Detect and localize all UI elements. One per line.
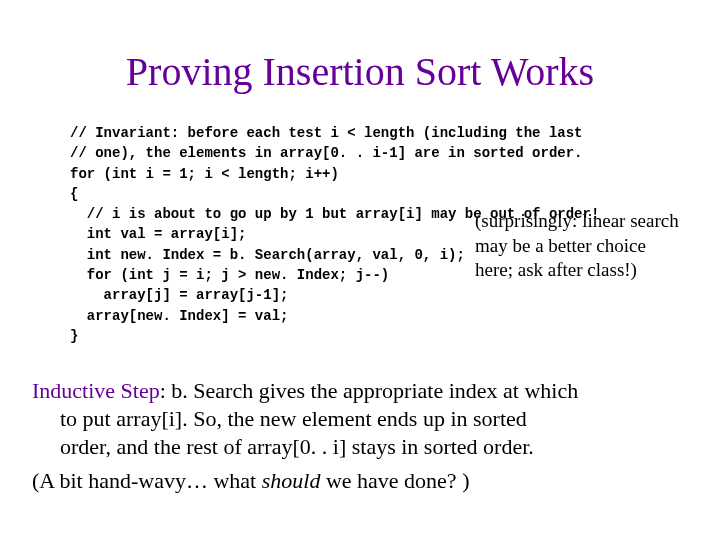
code-line: array[new. Index] = val; [70, 308, 288, 324]
emphasis: should [262, 468, 326, 493]
code-line: int val = array[i]; [70, 226, 246, 242]
step-label: Inductive Step [32, 378, 160, 403]
text: to put array[i]. So, the new element end… [32, 405, 664, 433]
code-line: { [70, 186, 78, 202]
code-block: // Invariant: before each test i < lengt… [70, 123, 650, 353]
conclusion-para-2: (A bit hand-wavy… what should we have do… [32, 467, 664, 495]
aside-note: (surprisingly: linear search may be a be… [475, 209, 680, 283]
code-line: // one), the elements in array[0. . i-1]… [70, 145, 582, 161]
code-line: int new. Index = b. Search(array, val, 0… [70, 247, 465, 263]
text: order, and the rest of array[0. . i] sta… [32, 433, 664, 461]
slide: Proving Insertion Sort Works // Invarian… [0, 48, 720, 540]
text: (A bit hand-wavy… what [32, 468, 262, 493]
text: : b. Search gives the appropriate index … [160, 378, 578, 403]
slide-title: Proving Insertion Sort Works [0, 48, 720, 95]
code-line: for (int i = 1; i < length; i++) [70, 166, 339, 182]
conclusion: Inductive Step: b. Search gives the appr… [32, 377, 664, 496]
code-line: array[j] = array[j-1]; [70, 287, 288, 303]
conclusion-para-1: Inductive Step: b. Search gives the appr… [32, 377, 664, 461]
text: we have done? ) [326, 468, 470, 493]
code-line: } [70, 328, 78, 344]
code-line: for (int j = i; j > new. Index; j--) [70, 267, 389, 283]
code-line: // Invariant: before each test i < lengt… [70, 125, 582, 141]
